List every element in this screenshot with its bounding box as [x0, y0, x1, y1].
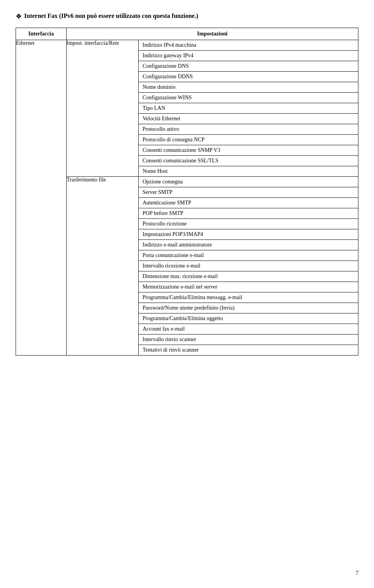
list-item: Consenti comunicazione SSL/TLS	[139, 156, 358, 166]
header-interfaccia: Interfaccia	[16, 28, 67, 40]
page-number: 7	[356, 570, 358, 576]
table-row-trasferimento: Trasferimento file Opzione consegnaServe…	[16, 177, 358, 356]
list-item: Protocollo attivo	[139, 124, 358, 135]
list-item: Porta comunicazione e-mail	[139, 250, 358, 261]
cell-interfaccia: Ethernet	[16, 40, 67, 356]
list-item: Intervallo rinvio scanner	[139, 334, 358, 345]
list-item: Tentativi di rinvii scanner	[139, 345, 358, 356]
list-item: Protocollo di consegna NCP	[139, 135, 358, 145]
list-item: Programma/Cambia/Elimina messagg. e-mail	[139, 292, 358, 303]
list-item: Intervallo ricezione e-mail	[139, 261, 358, 271]
list-item: Dimensione max. ricezione e-mail	[139, 271, 358, 282]
values-list-trasferimento: Opzione consegnaServer SMTPAutenticazion…	[139, 177, 358, 355]
list-item: Consenti comunicazione SNMP V3	[139, 145, 358, 156]
list-item: Indirizzo gateway IPv4	[139, 51, 358, 61]
list-item: Autenticazione SMTP	[139, 198, 358, 208]
list-item: POP before SMTP	[139, 208, 358, 219]
page-header: ❖ Internet Fax (IPv6 non può essere util…	[16, 12, 358, 21]
list-item: Nome dominio	[139, 82, 358, 93]
list-item: Opzione consegna	[139, 177, 358, 187]
list-item: Velocità Ethernet	[139, 114, 358, 124]
list-item: Indirizzo e-mail amministratore	[139, 240, 358, 250]
list-item: Indirizzo IPv4 macchina	[139, 40, 358, 51]
list-item: Configurazione WINS	[139, 93, 358, 103]
list-item: Memorizzazione e-mail nel server	[139, 282, 358, 292]
list-item: Server SMTP	[139, 187, 358, 198]
main-table: Interfaccia Impostazioni Ethernet Impost…	[16, 28, 358, 356]
list-item: Configurazione DNS	[139, 61, 358, 72]
header-title: Internet Fax (IPv6 non può essere utiliz…	[24, 12, 198, 20]
cell-sub-label-trasferimento: Trasferimento file	[67, 177, 139, 356]
cell-sub-values-trasferimento: Opzione consegnaServer SMTPAutenticazion…	[139, 177, 358, 356]
cell-sub-label-rete: Impost. interfaccia/Rete	[67, 40, 139, 177]
list-item: Impostazioni POP3/IMAP4	[139, 229, 358, 240]
list-item: Password/Nome utente predefinito (Invia)	[139, 303, 358, 313]
list-item: Configurazione DDNS	[139, 72, 358, 82]
list-item: Protocollo ricezione	[139, 219, 358, 229]
cell-sub-values-rete: Indirizzo IPv4 macchinaIndirizzo gateway…	[139, 40, 358, 177]
header-impostazioni: Impostazioni	[67, 28, 358, 40]
diamond-icon: ❖	[16, 12, 22, 21]
table-row: Ethernet Impost. interfaccia/Rete Indiri…	[16, 40, 358, 177]
list-item: Tipo LAN	[139, 103, 358, 114]
list-item: Nome Host	[139, 166, 358, 177]
list-item: Programma/Cambia/Elimina oggetto	[139, 313, 358, 324]
list-item: Account fax e-mail	[139, 324, 358, 334]
values-list-rete: Indirizzo IPv4 macchinaIndirizzo gateway…	[139, 40, 358, 176]
